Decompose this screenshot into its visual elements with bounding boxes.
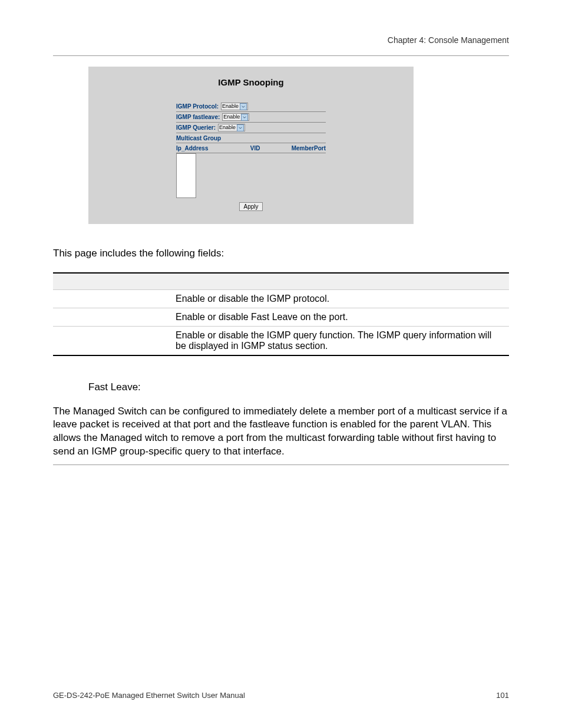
col-ip-address: Ip_Address [176,145,234,151]
multicast-listbox[interactable] [176,153,196,198]
panel-title: IGMP Snooping [88,77,414,87]
page-footer: GE-DS-242-PoE Managed Ethernet Switch Us… [53,691,509,700]
col-memberport: MemberPort [276,145,326,151]
table-row: Enable or disable the IGMP query functio… [53,326,509,355]
apply-button[interactable]: Apply [239,202,262,211]
fields-table: Enable or disable the IGMP protocol. Ena… [53,272,509,364]
table-row: Enable or disable the IGMP protocol. [53,289,509,308]
igmp-querier-label: IGMP Querier: [176,124,216,131]
footer-title: GE-DS-242-PoE Managed Ethernet Switch Us… [53,691,245,700]
igmp-fastleave-row: IGMP fastleave: Enable [176,112,326,123]
field-desc: Enable or disable the IGMP protocol. [171,289,509,308]
multicast-table-header: Ip_Address VID MemberPort [176,143,326,153]
igmp-protocol-select[interactable]: Enable [221,103,248,110]
table-row: Enable or disable Fast Leave on the port… [53,308,509,326]
chevron-down-icon[interactable] [241,114,248,121]
page-number: 101 [496,691,509,700]
field-desc: Enable or disable Fast Leave on the port… [171,308,509,326]
select-value: Enable [219,124,236,131]
divider [53,465,509,465]
table-header-row [53,273,509,289]
fast-leave-heading: Fast Leave: [88,381,509,393]
igmp-protocol-label: IGMP Protocol: [176,103,219,110]
divider [53,55,509,56]
select-value: Enable [223,114,240,120]
multicast-group-label: Multicast Group [176,133,326,143]
igmp-protocol-row: IGMP Protocol: Enable [176,101,326,112]
chevron-down-icon[interactable] [237,124,244,131]
field-label [53,308,171,326]
igmp-fastleave-select[interactable]: Enable [222,113,249,121]
field-label [53,326,171,355]
chevron-down-icon[interactable] [240,103,247,110]
col-vid: VID [234,145,276,151]
igmp-querier-select[interactable]: Enable [218,124,245,131]
igmp-fastleave-label: IGMP fastleave: [176,114,220,120]
igmp-querier-row: IGMP Querier: Enable [176,123,326,133]
fast-leave-paragraph: The Managed Switch can be configured to … [53,405,509,459]
field-desc: Enable or disable the IGMP query functio… [171,326,509,355]
field-label [53,289,171,308]
intro-text: This page includes the following fields: [53,248,509,259]
chapter-header: Chapter 4: Console Management [53,35,509,45]
select-value: Enable [222,103,239,110]
igmp-panel: IGMP Snooping IGMP Protocol: Enable IGMP… [88,67,414,224]
